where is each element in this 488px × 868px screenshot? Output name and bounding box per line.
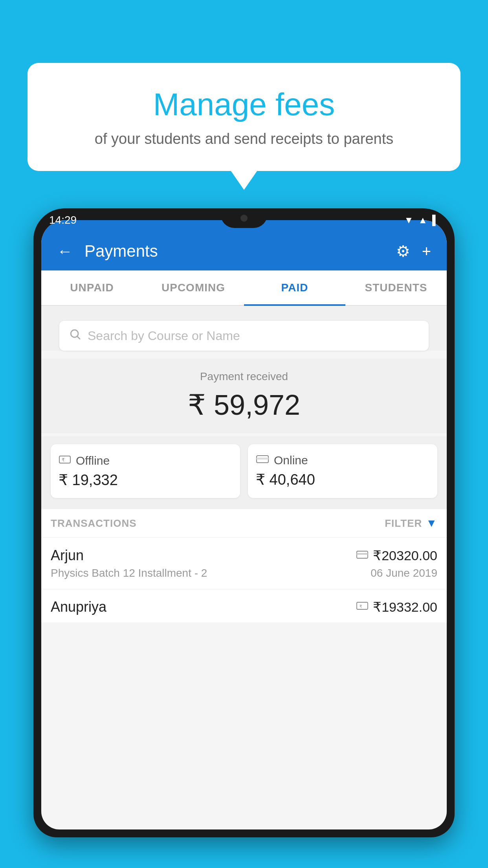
bubble-subtitle: of your students and send receipts to pa… <box>59 131 429 147</box>
offline-payment-card: ₹ Offline ₹ 19,332 <box>51 444 240 498</box>
speech-bubble-container: Manage fees of your students and send re… <box>28 63 460 171</box>
status-time: 14:29 <box>49 214 77 226</box>
table-row[interactable]: Anupriya ₹ ₹19332.00 <box>41 589 447 622</box>
transaction-row-bottom: Physics Batch 12 Installment - 2 06 June… <box>51 567 437 579</box>
online-label: Online <box>274 454 308 467</box>
transaction-type-icon <box>356 549 368 562</box>
payment-total-amount: ₹ 59,972 <box>51 388 437 421</box>
tab-upcoming[interactable]: UPCOMING <box>143 270 244 305</box>
battery-icon: ▌ <box>432 215 439 226</box>
online-payment-card: Online ₹ 40,640 <box>248 444 437 498</box>
transaction-amount-wrap: ₹ ₹19332.00 <box>356 599 437 615</box>
add-icon[interactable]: + <box>422 243 431 260</box>
svg-rect-7 <box>357 553 368 555</box>
svg-rect-5 <box>257 458 268 460</box>
phone-mockup: 14:29 ▼ ▲ ▌ ← Payments ⚙ + <box>33 208 455 868</box>
status-icons: ▼ ▲ ▌ <box>404 215 439 226</box>
transaction-amount: ₹20320.00 <box>373 548 437 563</box>
svg-text:₹: ₹ <box>360 604 362 609</box>
wifi-icon: ▼ <box>404 215 413 226</box>
table-row[interactable]: Arjun ₹20320.00 Physics Batch 12 In <box>41 537 447 589</box>
back-button[interactable]: ← <box>57 243 73 259</box>
search-icon <box>69 328 81 344</box>
offline-amount: ₹ 19,332 <box>59 471 232 489</box>
transaction-amount: ₹19332.00 <box>373 599 437 615</box>
page-title: Payments <box>84 242 384 261</box>
filter-label: FILTER <box>385 517 422 530</box>
filter-button[interactable]: FILTER ▼ <box>385 517 437 530</box>
search-bar[interactable]: Search by Course or Name <box>59 321 429 351</box>
tab-students[interactable]: STUDENTS <box>345 270 447 305</box>
svg-rect-2 <box>59 456 70 463</box>
transactions-label: TRANSACTIONS <box>51 517 137 530</box>
transaction-name: Arjun <box>51 547 84 564</box>
phone-notch <box>220 208 268 228</box>
bubble-title: Manage fees <box>59 86 429 123</box>
transaction-row-top: Arjun ₹20320.00 <box>51 547 437 564</box>
offline-label: Offline <box>76 454 110 467</box>
settings-icon[interactable]: ⚙ <box>396 242 410 260</box>
transaction-row-top: Anupriya ₹ ₹19332.00 <box>51 599 437 615</box>
camera-dot <box>240 215 248 222</box>
online-amount: ₹ 40,640 <box>256 471 429 488</box>
payment-received-label: Payment received <box>51 370 437 383</box>
speech-bubble: Manage fees of your students and send re… <box>28 63 460 171</box>
tabs-bar: UNPAID UPCOMING PAID STUDENTS <box>41 270 447 306</box>
filter-icon: ▼ <box>426 517 437 530</box>
phone-frame: 14:29 ▼ ▲ ▌ ← Payments ⚙ + <box>33 208 455 837</box>
online-icon <box>256 454 269 467</box>
header-icons: ⚙ + <box>396 242 431 260</box>
transaction-date: 06 June 2019 <box>371 567 437 579</box>
svg-text:₹: ₹ <box>62 457 65 463</box>
phone-screen: ← Payments ⚙ + UNPAID UPCOMING PAID <box>41 220 447 829</box>
payment-cards: ₹ Offline ₹ 19,332 <box>41 436 447 509</box>
online-card-header: Online <box>256 454 429 467</box>
search-placeholder: Search by Course or Name <box>88 329 240 343</box>
offline-icon: ₹ <box>59 454 71 467</box>
payment-summary: Payment received ₹ 59,972 <box>41 359 447 433</box>
transaction-amount-wrap: ₹20320.00 <box>356 548 437 563</box>
transaction-type-icon: ₹ <box>356 601 368 613</box>
tab-paid[interactable]: PAID <box>244 270 345 305</box>
transactions-header: TRANSACTIONS FILTER ▼ <box>41 509 447 537</box>
svg-line-1 <box>77 337 80 339</box>
transaction-course: Physics Batch 12 Installment - 2 <box>51 567 207 579</box>
transaction-name: Anupriya <box>51 599 106 615</box>
offline-card-header: ₹ Offline <box>59 454 232 467</box>
tab-unpaid[interactable]: UNPAID <box>41 270 143 305</box>
svg-rect-8 <box>357 602 368 609</box>
signal-icon: ▲ <box>418 215 427 226</box>
